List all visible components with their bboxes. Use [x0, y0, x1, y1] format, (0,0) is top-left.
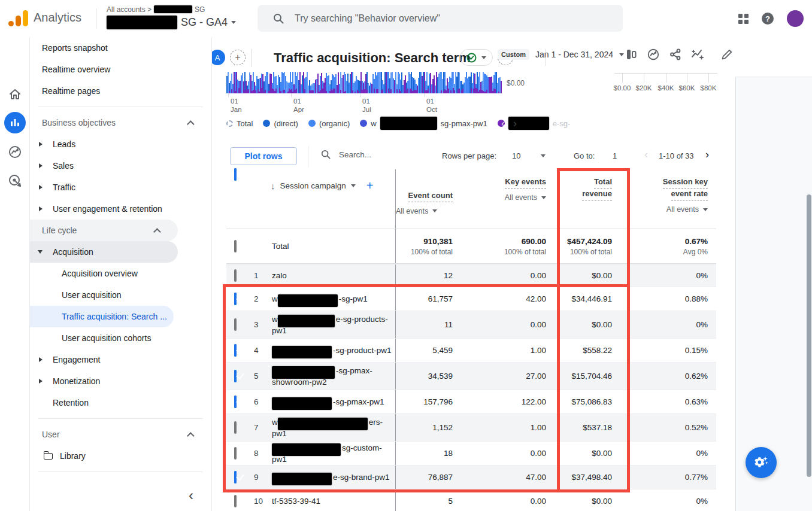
nav-item-sales[interactable]: Sales — [30, 155, 211, 177]
table-row[interactable]: 3we-sg-products-pw1110.00$0.000% — [226, 311, 716, 338]
legend-item[interactable]: wsg-pmax-pw1 — [360, 117, 487, 130]
previous-page-icon[interactable]: ‹ — [644, 148, 648, 161]
metric-header[interactable]: Event countAll events — [395, 169, 461, 229]
add-workspace-icon[interactable]: + — [230, 50, 246, 65]
nav-item-realtime-pages[interactable]: Realtime pages — [30, 80, 211, 102]
table-row[interactable]: 7wers-pw11,1521.00$537.180.52% — [226, 413, 716, 441]
nav-item-engagement[interactable]: Engagement — [30, 349, 211, 370]
breadcrumb-prefix: All accounts > — [107, 5, 152, 14]
row-number: 8 — [254, 449, 272, 458]
nav-item-user[interactable]: User — [30, 424, 211, 445]
metric-value: 0.62% — [620, 372, 716, 381]
nav-divider — [38, 418, 203, 419]
legend-next-icon[interactable]: › — [513, 117, 517, 130]
chevron-down-icon[interactable] — [541, 154, 546, 157]
legend-prev-icon[interactable]: ‹ — [501, 117, 505, 130]
compare-icon[interactable] — [624, 47, 638, 62]
table-row[interactable]: 4-sg-product-pw15,4591.00$558.220.15% — [226, 338, 716, 362]
metric-header[interactable]: Totalrevenue — [555, 169, 620, 200]
window-scrollbar[interactable] — [807, 194, 811, 477]
help-icon[interactable]: ? — [762, 13, 774, 25]
metric-filter-select[interactable]: All events — [396, 207, 453, 215]
table-row[interactable]: 2w-sg-pw161,75742.00$34,446.910.88% — [226, 287, 716, 311]
chevron-up-icon[interactable] — [153, 228, 161, 236]
nav-item-user-acquisition[interactable]: User acquisition — [30, 284, 211, 306]
chevron-up-icon[interactable] — [187, 432, 195, 440]
report-saved-indicator[interactable] — [460, 49, 493, 66]
nav-item-retention[interactable]: Retention — [30, 392, 211, 413]
select-all-checkbox[interactable] — [234, 168, 237, 181]
nav-item-label: Monetization — [43, 376, 100, 386]
nav-item-acquisition[interactable]: Acquisition — [30, 241, 178, 263]
axis-tick — [687, 73, 687, 83]
row-checkbox[interactable] — [234, 318, 237, 331]
table-row[interactable]: 10tf-5353-39-4150.00$0.000% — [226, 489, 716, 511]
explore-report-icon[interactable] — [646, 47, 660, 62]
insights-icon[interactable] — [690, 47, 705, 62]
chevron-up-icon[interactable] — [187, 120, 195, 128]
date-range-picker[interactable]: Jan 1 - Dec 31, 2024 — [535, 50, 613, 59]
collapse-triangle-icon[interactable] — [38, 250, 43, 254]
nav-item-realtime-overview[interactable]: Realtime overview — [30, 59, 211, 80]
axis-tick-label: $80K — [701, 84, 717, 92]
plot-rows-button[interactable]: Plot rows — [230, 147, 297, 165]
y-axis-label: $0.00 — [507, 79, 525, 87]
dimension-header[interactable]: ↓Session campaign+ — [254, 169, 395, 193]
legend-item[interactable]: (organic) — [308, 119, 350, 128]
row-checkbox[interactable] — [234, 293, 237, 305]
nav-item-user-engagement-retention[interactable]: User engagement & retention — [30, 198, 211, 220]
metric-header[interactable]: Session keyevent rateAll events — [620, 169, 716, 214]
checkbox-cell — [226, 320, 254, 330]
row-checkbox[interactable] — [234, 370, 237, 382]
metric-filter-select[interactable]: All events — [505, 193, 546, 202]
table-row[interactable]: 1zalo120.00$0.000% — [226, 264, 716, 287]
nav-item-traffic[interactable]: Traffic — [30, 177, 211, 198]
nav-item-business-objectives[interactable]: Business objectives — [30, 112, 211, 133]
home-icon[interactable] — [0, 87, 30, 102]
google-apps-icon[interactable] — [738, 14, 749, 24]
table-row[interactable]: 5-sg-pmax-showroom-pw234,53927.00$15,704… — [226, 362, 716, 390]
table-row[interactable]: 6-sg-pmax-pw1157,796122.00$75,086.830.63… — [226, 390, 716, 413]
edit-icon[interactable] — [720, 47, 734, 62]
global-search-input[interactable]: Try searching "Behavior overview" — [257, 5, 623, 32]
row-checkbox[interactable] — [234, 269, 237, 282]
table-row[interactable]: 9e-sg-brand-pw176,88747.00$37,498.400.77… — [226, 465, 716, 489]
search-icon — [273, 13, 284, 24]
nav-item-leads[interactable]: Leads — [30, 133, 211, 155]
nav-item-life-cycle[interactable]: Life cycle — [30, 220, 178, 241]
explore-icon[interactable] — [0, 145, 30, 159]
metric-header[interactable]: Key eventsAll events — [461, 169, 555, 202]
collapse-nav-icon[interactable]: ‹ — [189, 487, 193, 504]
legend-item[interactable]: (direct) — [263, 119, 298, 128]
next-page-icon[interactable]: › — [705, 148, 709, 161]
row-checkbox[interactable] — [234, 396, 237, 408]
nav-item-library[interactable]: Library — [30, 445, 211, 467]
add-column-icon[interactable]: + — [366, 179, 374, 193]
table-search-input[interactable]: Search... — [321, 150, 371, 159]
legend-item[interactable]: Total — [226, 119, 253, 128]
nav-item-monetization[interactable]: Monetization — [30, 370, 211, 392]
table-row[interactable]: 8sg-custom-pw1180.00$0.000% — [226, 441, 716, 465]
nav-item-reports-snapshot[interactable]: Reports snapshot — [30, 37, 211, 59]
chevron-down-icon — [481, 56, 486, 59]
account-property-picker[interactable]: All accounts > SG SG - GA4 — [107, 5, 236, 29]
totals-checkbox[interactable] — [234, 240, 237, 253]
row-checkbox[interactable] — [234, 471, 237, 483]
goto-page-input[interactable]: 1 — [613, 151, 617, 160]
row-checkbox[interactable] — [234, 421, 237, 434]
user-avatar[interactable] — [787, 10, 804, 27]
advertising-icon[interactable] — [0, 174, 30, 188]
row-checkbox[interactable] — [234, 495, 237, 507]
row-checkbox[interactable] — [234, 344, 237, 357]
reports-icon-active[interactable] — [0, 112, 30, 133]
share-icon[interactable] — [668, 47, 683, 62]
metric-filter-select[interactable]: All events — [666, 205, 708, 214]
insights-fab-button[interactable] — [746, 447, 777, 478]
nav-item-user-acquisition-cohorts[interactable]: User acquisition cohorts — [30, 327, 211, 349]
row-checkbox[interactable] — [234, 447, 237, 460]
nav-item-acquisition-overview[interactable]: Acquisition overview — [30, 263, 211, 284]
rows-per-page-select[interactable]: 10 — [512, 151, 520, 160]
nav-item-traffic-acquisition-search-[interactable]: Traffic acquisition: Search ... — [30, 306, 174, 327]
chevron-down-icon[interactable] — [351, 184, 356, 187]
property-name[interactable]: SG - GA4 — [107, 16, 236, 29]
